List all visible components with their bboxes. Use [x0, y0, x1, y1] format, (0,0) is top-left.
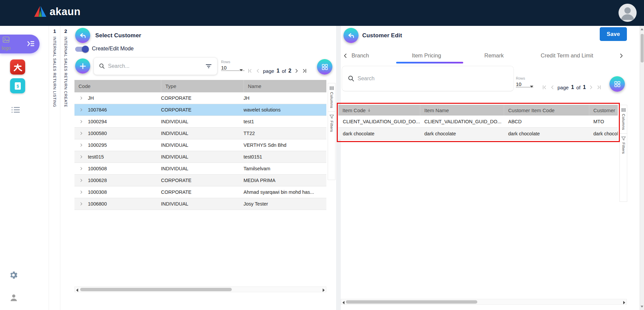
workspace-tab-2[interactable]: 2 INTERNAL SALES RETURN CREATE	[60, 26, 71, 310]
sidebar-logo-pill: logo	[0, 35, 40, 53]
row-expand-icon[interactable]	[74, 190, 88, 194]
column-header-code[interactable]: Code	[74, 83, 161, 89]
hscroll-thumb[interactable]	[80, 288, 232, 291]
filters-tool-button[interactable]: Filters	[621, 134, 626, 157]
scroll-left-arrow[interactable]	[342, 301, 344, 304]
item-search-box	[342, 66, 514, 91]
customer-row-1000628[interactable]: 1000628 CORPORATE MEDIA PRIMA	[74, 175, 326, 186]
customer-row-1000294[interactable]: 1000294 INDIVIDUAL test1	[74, 116, 326, 128]
add-customer-button[interactable]	[75, 58, 90, 74]
columns-tool-button[interactable]: Columns	[329, 83, 334, 112]
tabs-scroll-left-icon[interactable]	[343, 53, 348, 59]
cell-code: 1000294	[88, 119, 161, 124]
grid-view-button[interactable]	[609, 76, 625, 92]
sidebar-app-red-icon[interactable]	[10, 59, 25, 75]
columns-tool-button[interactable]: Columns	[621, 105, 626, 133]
customer-row-1000308[interactable]: 1000308 CORPORATE Ahmad syarqawi bin moh…	[74, 186, 326, 198]
column-header-customer-item-code[interactable]: Customer Item Code	[504, 105, 589, 116]
next-page-button[interactable]	[588, 85, 594, 90]
brand-logo: akaun	[34, 5, 80, 18]
tabs-scroll-right-icon[interactable]	[619, 53, 624, 59]
filter-list-icon[interactable]	[205, 63, 212, 70]
tab-branch[interactable]: Branch	[352, 52, 369, 59]
column-header-item-code[interactable]: Item Code	[338, 107, 420, 113]
column-header-name[interactable]: Name	[244, 80, 326, 92]
tab-credit-term-and-limit[interactable]: Credit Term and Limit	[541, 52, 593, 59]
row-expand-icon[interactable]	[74, 166, 88, 171]
prev-page-button[interactable]	[255, 68, 261, 74]
item-row-dark-chocolate[interactable]: dark chocolate dark chocolate dark choco…	[338, 128, 618, 140]
scroll-left-arrow[interactable]	[76, 289, 78, 292]
item-pagination: page 1 of 1	[541, 84, 602, 90]
next-page-button[interactable]	[294, 68, 299, 74]
customer-row-1000508[interactable]: 1000508 INDIVIDUAL Tamilselvam	[74, 163, 326, 175]
cell-code: 1000628	[88, 178, 161, 183]
customer-row-1007846-selected[interactable]: 1007846 CORPORATE wavelet solutions	[74, 104, 326, 116]
item-search-input[interactable]	[358, 76, 508, 82]
first-page-button[interactable]	[541, 84, 547, 90]
customer-row-1000580[interactable]: 1000580 INDIVIDUAL TT22	[74, 128, 326, 139]
scroll-right-arrow[interactable]	[323, 289, 325, 292]
cell-code: 1000308	[88, 189, 161, 195]
cell-customer: dark chocolate	[589, 131, 618, 136]
back-button[interactable]	[75, 28, 90, 43]
customer-table-hscrollbar[interactable]	[74, 286, 326, 292]
filters-tool-button[interactable]: Filters	[329, 112, 334, 135]
cell-code: 1006800	[88, 201, 161, 207]
column-header-type[interactable]: Type	[161, 80, 244, 92]
customer-search-input[interactable]	[108, 63, 202, 69]
rows-per-page-control: Rows 10	[221, 60, 245, 71]
user-avatar[interactable]	[619, 4, 637, 22]
select-customer-panel: Select Customer Create/Edit Mode Rows 10	[71, 26, 336, 310]
row-expand-icon[interactable]	[74, 178, 88, 183]
row-expand-icon[interactable]	[74, 96, 88, 100]
scroll-right-arrow[interactable]	[623, 301, 625, 304]
sidebar-listing-icon[interactable]	[11, 106, 20, 113]
page-vscrollbar[interactable]	[640, 26, 644, 310]
scroll-up-arrow[interactable]	[641, 28, 643, 30]
column-header-customer[interactable]: Customer	[589, 105, 618, 116]
item-row-client-validation[interactable]: CLIENT_VALIDATION_GUID_DO... CLIENT_VALI…	[338, 116, 618, 128]
tab-remark[interactable]: Remark	[484, 52, 504, 59]
workspace-tab-1-label: INTERNAL SALES RETURN LISTING	[53, 37, 57, 107]
workspace-tab-1[interactable]: 1 INTERNAL SALES RETURN LISTING	[49, 26, 60, 310]
row-expand-icon[interactable]	[74, 143, 88, 147]
cell-item-name: CLIENT_VALIDATION_GUID_DO...	[420, 119, 504, 124]
first-page-button[interactable]	[247, 68, 253, 74]
grid-view-button[interactable]	[317, 59, 332, 75]
row-expand-icon[interactable]	[74, 131, 88, 136]
save-button[interactable]: Save	[600, 27, 627, 41]
row-expand-icon[interactable]	[74, 202, 88, 206]
app-root: akaun logo $	[0, 0, 644, 310]
vscroll-thumb[interactable]	[641, 34, 644, 62]
create-edit-mode-toggle[interactable]	[75, 47, 88, 52]
back-button[interactable]	[343, 28, 359, 43]
cell-name: MEDIA PRIMA	[244, 178, 326, 183]
left-panel-title: Select Customer	[95, 32, 141, 39]
column-header-item-name[interactable]: Item Name	[420, 105, 504, 116]
sidebar-collapse-icon[interactable]	[27, 40, 35, 47]
last-page-button[interactable]	[302, 68, 308, 74]
row-expand-icon[interactable]	[74, 107, 88, 112]
customer-row-1000295[interactable]: 1000295 INDIVIDUAL VERTHYS Sdn Bhd	[74, 139, 326, 151]
scroll-down-arrow[interactable]	[641, 306, 643, 308]
rows-caret-icon	[239, 69, 243, 71]
cell-type: INDIVIDUAL	[161, 142, 244, 148]
brand-triangle-icon	[34, 5, 47, 18]
row-expand-icon[interactable]	[74, 119, 88, 124]
cell-name: VERTHYS Sdn Bhd	[244, 142, 326, 148]
hscroll-thumb[interactable]	[346, 300, 477, 304]
settings-gear-icon[interactable]	[8, 270, 18, 280]
last-page-button[interactable]	[596, 84, 602, 90]
customer-row-jh[interactable]: JH CORPORATE JH	[74, 92, 326, 104]
cell-type: INDIVIDUAL	[161, 166, 244, 171]
tab-item-pricing[interactable]: Item Pricing	[412, 52, 441, 59]
row-expand-icon[interactable]	[74, 154, 88, 159]
prev-page-button[interactable]	[550, 85, 555, 90]
item-table-hscrollbar[interactable]	[341, 299, 627, 305]
customer-row-1006800[interactable]: 1006800 INDIVIDUAL Josy Tester	[74, 198, 326, 210]
profile-person-icon[interactable]	[9, 293, 18, 302]
columns-icon	[329, 86, 334, 90]
sidebar-app-invoice-icon[interactable]: $	[10, 78, 25, 93]
customer-row-test015[interactable]: test015 INDIVIDUAL test0151	[74, 151, 326, 163]
